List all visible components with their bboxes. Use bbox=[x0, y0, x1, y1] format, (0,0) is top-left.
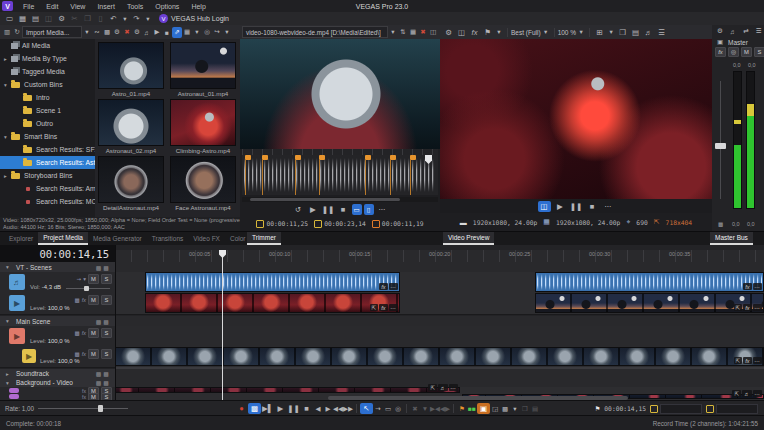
clip-thumbnail[interactable] bbox=[170, 156, 236, 203]
preview-quality-select[interactable]: Best (Full) bbox=[511, 29, 541, 36]
media-clip[interactable]: Astronaut_02.mp4 bbox=[96, 99, 166, 154]
tab-explorer[interactable]: Explorer bbox=[4, 232, 38, 245]
master-fx-button[interactable]: fx bbox=[715, 47, 726, 57]
compositing-icon[interactable]: ▩ bbox=[75, 297, 80, 303]
open-project-icon[interactable]: ▦ bbox=[16, 13, 29, 24]
video-track-icon[interactable] bbox=[9, 388, 19, 393]
level-value[interactable]: 100,0 % bbox=[48, 305, 70, 311]
tree-arrow-icon[interactable]: ▸ bbox=[4, 173, 11, 179]
clip-more-badge[interactable]: ⋯ bbox=[389, 304, 399, 311]
normal-edit-tool[interactable]: ↖ bbox=[360, 403, 373, 414]
region-icon[interactable]: ■■ bbox=[467, 403, 477, 414]
track-fx-button[interactable]: fx bbox=[82, 330, 86, 336]
trim-start-icon[interactable]: ✖ bbox=[410, 403, 420, 414]
refresh-icon[interactable]: ↻ bbox=[12, 27, 22, 38]
clip-thumbnail[interactable] bbox=[98, 99, 164, 146]
timeline-hscrollbar[interactable] bbox=[328, 396, 628, 400]
group-icon[interactable]: ❐ bbox=[520, 403, 530, 414]
tree-arrow-icon[interactable]: ▾ bbox=[4, 134, 11, 140]
stop-button[interactable]: ■ bbox=[300, 403, 313, 414]
video-track-icon[interactable] bbox=[9, 394, 19, 399]
clip-more-badge[interactable]: ⋯ bbox=[753, 357, 763, 364]
preview-zoom-select[interactable]: 100 % bbox=[558, 29, 576, 36]
envelope-tool[interactable]: ⇝ bbox=[373, 403, 383, 414]
grid-dropdown-icon[interactable]: ▾ bbox=[606, 27, 616, 38]
mute-button[interactable]: M bbox=[88, 328, 99, 338]
pv-stop-icon[interactable]: ■ bbox=[586, 201, 599, 212]
go-to-start-button[interactable]: ◀◀ bbox=[333, 403, 343, 414]
preview-flag-icon[interactable]: ⚑ bbox=[481, 27, 494, 38]
menu-view[interactable]: View bbox=[64, 3, 91, 10]
pv-more-icon[interactable]: ⋯ bbox=[602, 201, 615, 212]
collapse-arrow-icon[interactable]: ▾ bbox=[6, 380, 13, 386]
hub-import-icon[interactable]: ↪ bbox=[212, 27, 222, 38]
bin-item[interactable]: Tagged Media bbox=[0, 65, 95, 78]
video-preview-display[interactable] bbox=[440, 39, 712, 199]
track-header-video-1[interactable]: ▶ Level: 100,0 % ▩ fx M S bbox=[0, 293, 115, 315]
clip-thumbnail[interactable] bbox=[170, 99, 236, 146]
solo-button[interactable]: S bbox=[101, 328, 112, 338]
remove-media-icon[interactable]: ✖ bbox=[122, 27, 132, 38]
tab-video-preview[interactable]: Video Preview bbox=[443, 232, 494, 245]
volume-slider[interactable] bbox=[66, 288, 110, 289]
in-point-time[interactable]: 00:00:11,25 bbox=[266, 220, 308, 227]
tab-video-fx[interactable]: Video FX bbox=[188, 232, 225, 245]
timeline-playhead[interactable] bbox=[222, 250, 223, 400]
volume-value[interactable]: -4,3 dB bbox=[42, 284, 61, 290]
bin-item[interactable]: Scene 1 bbox=[0, 104, 95, 117]
preview-play-icon[interactable]: ▶ bbox=[152, 27, 162, 38]
cut-icon[interactable]: ✂ bbox=[68, 13, 81, 24]
save-project-icon[interactable]: ▤ bbox=[29, 13, 42, 24]
master-settings-icon[interactable]: ⚙ bbox=[715, 26, 725, 37]
trim-loop-icon[interactable]: ↺ bbox=[292, 204, 305, 215]
redo-icon[interactable]: ↷ bbox=[130, 13, 143, 24]
split-icon[interactable]: ▼ bbox=[420, 403, 430, 414]
bin-item[interactable]: Outro bbox=[0, 117, 95, 130]
master-fader-handle[interactable] bbox=[715, 143, 726, 149]
track-header-audio[interactable]: ♬ Vol: -4,3 dB ⇝ ▾ M S bbox=[0, 272, 115, 294]
bin-item[interactable]: ▾Custom Bins bbox=[0, 78, 95, 91]
bottom-cursor-time[interactable]: 00:00:14,15 bbox=[604, 405, 646, 412]
clip-pan-badge[interactable]: ⇱ bbox=[734, 304, 743, 311]
autopreview-icon[interactable]: ⇗ bbox=[172, 27, 182, 38]
import-dropdown-icon[interactable]: ▾ bbox=[222, 27, 232, 38]
media-clip[interactable]: Astronaut_01.mp4 bbox=[168, 42, 238, 97]
trim-play-icon[interactable]: ▶ bbox=[307, 204, 320, 215]
get-media-icon[interactable]: ⚙ bbox=[112, 27, 122, 38]
mixer-icon[interactable]: ▤ bbox=[530, 403, 540, 414]
slip-icon[interactable]: ▶◀ bbox=[430, 403, 440, 414]
flag-dropdown-icon[interactable]: ▾ bbox=[494, 27, 504, 38]
expand-arrow-icon[interactable]: ▸ bbox=[6, 371, 13, 377]
envelope-track-lane[interactable] bbox=[115, 326, 764, 348]
clip-pan-badge[interactable]: ⇱ bbox=[428, 384, 437, 391]
menu-options[interactable]: Options bbox=[149, 3, 185, 10]
clip-thumbnail[interactable] bbox=[98, 42, 164, 89]
trim-stop-icon[interactable]: ■ bbox=[337, 204, 350, 215]
group-bus-icons[interactable]: ▩▩ bbox=[96, 318, 111, 325]
trim-add-to-timeline-icon[interactable]: ▭ bbox=[352, 204, 362, 215]
envelope-icon[interactable]: ⇝ bbox=[77, 276, 82, 282]
clip-pan-badge[interactable]: ⇱ bbox=[734, 357, 743, 364]
compositing-icon[interactable]: ▩ bbox=[75, 351, 80, 357]
lock-envelopes-icon[interactable]: ◲ bbox=[490, 403, 500, 414]
clip-fx-badge[interactable]: fx bbox=[379, 304, 387, 311]
video-solo-button[interactable]: S bbox=[101, 295, 112, 305]
grid-overlay-icon[interactable]: ⊞ bbox=[593, 27, 606, 38]
track-header-video-2[interactable]: ▶ Level: 100,0 % ▩ fx M S bbox=[0, 326, 115, 348]
undo-dropdown-icon[interactable]: ▾ bbox=[120, 13, 130, 24]
clip-fx-badge[interactable]: fx bbox=[743, 304, 751, 311]
undo-icon[interactable]: ↶ bbox=[107, 13, 120, 24]
selection-length-time[interactable]: 00:00:11,19 bbox=[382, 220, 424, 227]
snap-dropdown-icon[interactable]: ▾ bbox=[510, 403, 520, 414]
trimmer-marker-flag-icon[interactable] bbox=[262, 155, 268, 160]
trimmer-marker-flag-icon[interactable] bbox=[410, 155, 416, 160]
trimmer-file-selector[interactable]: video-1080-webvideo-de.mp4 [D:\Media\Edi… bbox=[242, 26, 388, 38]
downmix-icon[interactable]: ⇄ bbox=[741, 26, 751, 37]
main-video-clip[interactable]: ⇱fx⋯ bbox=[115, 347, 764, 366]
master-mute-button[interactable]: M bbox=[741, 47, 752, 57]
copy-frame-icon[interactable]: ❐ bbox=[616, 27, 629, 38]
bin-item[interactable]: Intro bbox=[0, 91, 95, 104]
master-auto-icon[interactable]: ◎ bbox=[728, 47, 739, 57]
group-bus-icons[interactable]: ▩▩ bbox=[96, 379, 111, 386]
clip-thumbnail[interactable] bbox=[98, 156, 164, 203]
